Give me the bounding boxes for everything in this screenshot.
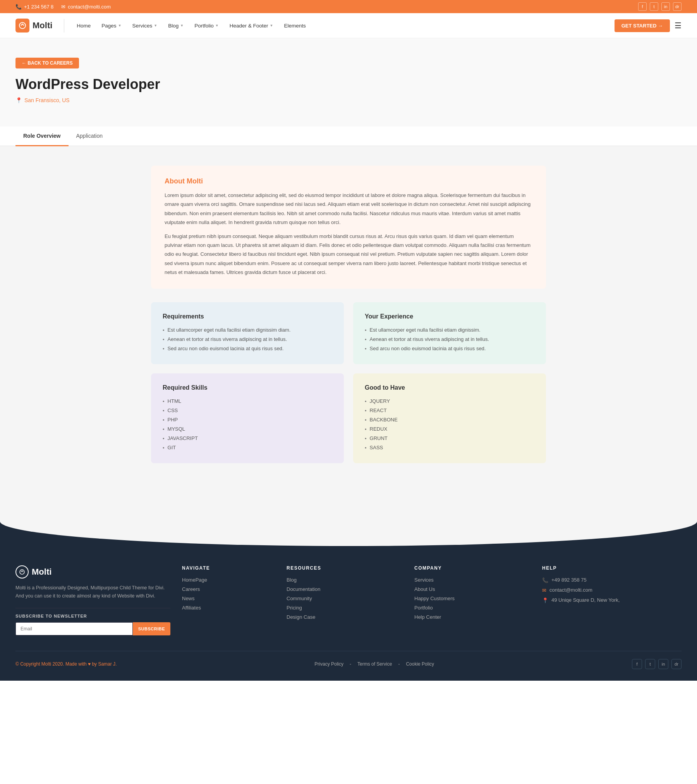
logo-text: Molti xyxy=(33,21,52,31)
get-started-button[interactable]: GET STARTED → xyxy=(615,19,670,32)
exp-item-1: Est ullamcorper eget nulla facilisi etia… xyxy=(365,325,534,335)
skill-mysql: MYSQL xyxy=(163,425,332,434)
help-phone: 📞 +49 892 358 75 xyxy=(542,577,682,583)
footer-twitter-icon[interactable]: t xyxy=(645,659,655,669)
help-address-text: 49 Uniqe Square D, New York, xyxy=(551,597,620,603)
email-contact-icon: ✉ xyxy=(542,587,546,593)
footer-link-services[interactable]: Services xyxy=(414,577,530,583)
nav-home[interactable]: Home xyxy=(72,20,95,32)
footer-link-pricing[interactable]: Pricing xyxy=(287,605,403,611)
tab-role-overview[interactable]: Role Overview xyxy=(15,127,69,146)
footer-link-blog[interactable]: Blog xyxy=(287,577,403,583)
subscribe-label: SUBSCRIBE TO NEWSLETTER xyxy=(15,614,170,618)
blog-caret: ▼ xyxy=(180,24,184,27)
required-skills-list: HTML CSS PHP MYSQL JAVASCRIPT GIT xyxy=(163,397,332,452)
about-card: About Molti Lorem ipsum dolor sit amet, … xyxy=(151,166,546,289)
footer-bottom: © Copyright Molti 2020. Made with ♥ by S… xyxy=(15,651,682,669)
footer-dribbble-icon[interactable]: dr xyxy=(671,659,682,669)
help-email: ✉ contact@molti.com xyxy=(542,587,682,593)
footer-link-portfolio[interactable]: Portfolio xyxy=(414,605,530,611)
skill-git: GIT xyxy=(163,443,332,452)
subscribe-button[interactable]: SUBSCRIBE xyxy=(133,622,170,635)
cookie-policy-link[interactable]: Cookie Policy xyxy=(406,661,434,667)
footer-link-happy-customers[interactable]: Happy Customers xyxy=(414,596,530,601)
nav-right: GET STARTED → ☰ xyxy=(615,19,682,32)
logo[interactable]: Molti xyxy=(15,19,52,33)
footer-link-homepage[interactable]: HomePage xyxy=(182,577,275,583)
email-info: ✉ contact@molti.com xyxy=(61,4,111,10)
location-icon: 📍 xyxy=(15,97,22,103)
hamburger-menu[interactable]: ☰ xyxy=(675,21,682,30)
nav-pages[interactable]: Pages ▼ xyxy=(97,20,126,32)
footer-help-col: HELP 📞 +49 892 358 75 ✉ contact@molti.co… xyxy=(542,565,682,636)
requirements-card: Requirements Est ullamcorper eget nulla … xyxy=(151,302,344,364)
footer-instagram-icon[interactable]: in xyxy=(658,659,668,669)
services-caret: ▼ xyxy=(154,24,157,27)
job-title: WordPress Developer xyxy=(15,76,682,92)
back-label: ← BACK TO CAREERS xyxy=(22,60,73,66)
privacy-policy-link[interactable]: Privacy Policy xyxy=(314,661,343,667)
good-sass: SASS xyxy=(365,443,534,452)
footer-link-documentation[interactable]: Documentation xyxy=(287,586,403,592)
skills-good-row: Required Skills HTML CSS PHP MYSQL JAVAS… xyxy=(151,373,546,463)
nav-divider xyxy=(64,19,64,33)
footer: Molti Molti is a Professionally Designed… xyxy=(0,546,697,681)
good-grunt: GRUNT xyxy=(365,434,534,443)
twitter-icon[interactable]: t xyxy=(650,2,658,11)
back-to-careers-button[interactable]: ← BACK TO CAREERS xyxy=(15,58,79,68)
top-bar: 📞 +1 234 567 8 ✉ contact@molti.com f t i… xyxy=(0,0,697,13)
good-backbone: BACKBONE xyxy=(365,415,534,425)
subscribe-email-input[interactable] xyxy=(15,622,133,635)
hero-section: ← BACK TO CAREERS WordPress Developer 📍 … xyxy=(0,38,697,127)
pages-caret: ▼ xyxy=(118,24,122,27)
nav-blog[interactable]: Blog ▼ xyxy=(163,20,188,32)
subscribe-btn-label: SUBSCRIBE xyxy=(138,627,165,631)
requirements-title: Requirements xyxy=(163,313,332,320)
req-item-1: Est ullamcorper eget nulla facilisi etia… xyxy=(163,325,332,335)
footer-link-help-center[interactable]: Help Center xyxy=(414,614,530,620)
about-heading-prefix: About xyxy=(165,177,187,185)
logo-icon xyxy=(15,19,29,33)
footer-link-affiliates[interactable]: Affiliates xyxy=(182,605,275,611)
nav-header-footer[interactable]: Header & Footer ▼ xyxy=(225,20,278,32)
footer-bottom-social: f t in dr xyxy=(632,659,682,669)
facebook-icon[interactable]: f xyxy=(638,2,647,11)
footer-link-design-case[interactable]: Design Case xyxy=(287,614,403,620)
hero-section-wrapper: ← BACK TO CAREERS WordPress Developer 📍 … xyxy=(0,38,697,127)
phone-info: 📞 +1 234 567 8 xyxy=(15,4,53,10)
footer-link-news[interactable]: News xyxy=(182,596,275,601)
dribbble-icon[interactable]: dr xyxy=(673,2,682,11)
footer-facebook-icon[interactable]: f xyxy=(632,659,642,669)
footer-description: Molti is a Professionally Designed, Mult… xyxy=(15,584,170,601)
footer-link-community[interactable]: Community xyxy=(287,596,403,601)
phone-number: +1 234 567 8 xyxy=(24,4,53,10)
required-skills-card: Required Skills HTML CSS PHP MYSQL JAVAS… xyxy=(151,373,344,463)
resources-title: RESOURCES xyxy=(287,565,403,571)
skill-php: PHP xyxy=(163,415,332,425)
terms-link[interactable]: Terms of Service xyxy=(357,661,392,667)
nav-services[interactable]: Services ▼ xyxy=(128,20,162,32)
nav-elements[interactable]: Elements xyxy=(279,20,310,32)
requirements-list: Est ullamcorper eget nulla facilisi etia… xyxy=(163,325,332,353)
help-title: HELP xyxy=(542,565,682,571)
footer-resources-col: RESOURCES Blog Documentation Community P… xyxy=(287,565,403,636)
footer-logo: Molti xyxy=(15,565,170,579)
exp-item-3: Sed arcu non odio euismod lacinia at qui… xyxy=(365,344,534,353)
good-to-have-list: JQUERY REACT BACKBONE REDUX GRUNT SASS xyxy=(365,397,534,452)
footer-brand-col: Molti Molti is a Professionally Designed… xyxy=(15,565,170,636)
navbar: Molti Home Pages ▼ Services ▼ Blog ▼ Por… xyxy=(0,13,697,38)
company-title: COMPANY xyxy=(414,565,530,571)
instagram-icon[interactable]: in xyxy=(661,2,670,11)
help-email-address: contact@molti.com xyxy=(549,587,592,593)
footer-link-about-us[interactable]: About Us xyxy=(414,586,530,592)
svg-point-0 xyxy=(19,22,26,29)
req-item-2: Aenean et tortor at risus viverra adipis… xyxy=(163,335,332,344)
footer-link-careers[interactable]: Careers xyxy=(182,586,275,592)
nav-portfolio[interactable]: Portfolio ▼ xyxy=(190,20,223,32)
tab-application[interactable]: Application xyxy=(69,127,111,146)
good-jquery: JQUERY xyxy=(365,397,534,406)
help-phone-number: +49 892 358 75 xyxy=(551,577,587,583)
job-location: 📍 San Fransisco, US xyxy=(15,97,682,103)
top-bar-left: 📞 +1 234 567 8 ✉ contact@molti.com xyxy=(15,4,111,10)
help-address: 📍 49 Uniqe Square D, New York, xyxy=(542,597,682,603)
